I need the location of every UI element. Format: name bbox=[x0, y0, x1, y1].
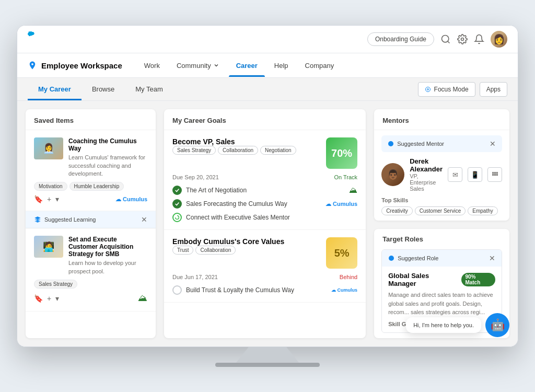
saved-item-2: 🧑‍💻 Set and Execute Customer Acquisition… bbox=[26, 228, 156, 312]
item-tags-1: Motivation Humble Leadership bbox=[34, 182, 147, 191]
nav-work[interactable]: Work bbox=[137, 54, 167, 77]
svg-rect-11 bbox=[494, 174, 495, 175]
close-mentor-button[interactable]: ✕ bbox=[490, 140, 496, 148]
user-avatar[interactable]: 👩 bbox=[491, 31, 507, 48]
svg-rect-8 bbox=[494, 172, 495, 173]
tabs: My Career Browse My Team bbox=[28, 78, 173, 100]
location-icon bbox=[28, 61, 37, 70]
onboarding-guide-button[interactable]: Onboarding Guide bbox=[367, 32, 434, 46]
mentor-actions: ✉ 📱 bbox=[448, 167, 502, 182]
close-suggested-learning[interactable]: ✕ bbox=[141, 215, 147, 224]
focus-icon bbox=[425, 86, 431, 93]
saved-item-1: 👩‍💼 Coaching the Cumulus Way Learn Cumul… bbox=[26, 130, 156, 211]
role-card-header: Suggested Role ✕ bbox=[382, 250, 502, 267]
topbar-left bbox=[28, 31, 44, 48]
goal-1-tags: Sales Strategy Collaboration Negotiation bbox=[172, 146, 296, 155]
suggested-icon bbox=[34, 216, 41, 223]
check-done-icon-2 bbox=[172, 199, 182, 209]
mentors-panel: Mentors Suggested Mentor ✕ 👨🏾 bbox=[374, 109, 509, 221]
nav-company[interactable]: Company bbox=[298, 54, 342, 77]
mentors-header: Mentors bbox=[374, 109, 509, 130]
item-tags-2: Sales Strategy bbox=[34, 280, 147, 289]
item-actions-1: 🔖 + ▾ ☁ Cumulus bbox=[34, 195, 147, 203]
close-role-button[interactable]: ✕ bbox=[489, 254, 495, 262]
tag-collaboration-g2: Collaboration bbox=[195, 246, 236, 255]
mentor-org-button[interactable] bbox=[487, 167, 502, 182]
brand: Employee Workspace bbox=[28, 53, 122, 77]
chatbot-avatar-button[interactable]: 🤖 bbox=[485, 313, 509, 337]
search-icon[interactable] bbox=[440, 34, 451, 44]
nav-community[interactable]: Community bbox=[169, 54, 227, 77]
tab-browse[interactable]: Browse bbox=[82, 78, 125, 100]
saved-items-panel: Saved Items 👩‍💼 Coaching the Cumulus Way… bbox=[26, 109, 156, 338]
notifications-icon[interactable] bbox=[474, 34, 484, 44]
tab-my-team[interactable]: My Team bbox=[125, 78, 173, 100]
tab-my-career[interactable]: My Career bbox=[28, 78, 82, 100]
more-icon-1[interactable]: ▾ bbox=[55, 195, 59, 203]
svg-rect-12 bbox=[496, 174, 497, 175]
settings-icon[interactable] bbox=[457, 34, 468, 44]
tag-trust-g2: Trust bbox=[172, 246, 193, 255]
goal-2-tasks: Build Trust & Loyalty the Cumulus Way ☁ … bbox=[172, 285, 357, 295]
skill-creativity: Creativity bbox=[381, 206, 413, 215]
task-name-1-3: Connect with Executive Sales Mentor bbox=[186, 214, 290, 221]
item-thumb-2: 🧑‍💻 bbox=[34, 236, 63, 258]
mentor-suggested-label: Suggested Mentor bbox=[388, 141, 444, 147]
svg-rect-7 bbox=[492, 172, 493, 173]
goal-2-percentage: 5% bbox=[326, 237, 357, 269]
goal-1-meta: Due Sep 20, 2021 On Track bbox=[172, 174, 357, 180]
role-title: Global Sales Manager bbox=[388, 272, 457, 287]
goal-1: Become VP, Sales Sales Strategy Collabor… bbox=[164, 130, 366, 230]
add-icon-1[interactable]: + bbox=[47, 195, 51, 203]
more-icon-2[interactable]: ▾ bbox=[55, 294, 59, 303]
bookmark-icon-2[interactable]: 🔖 bbox=[34, 294, 43, 303]
target-roles-header: Target Roles bbox=[374, 229, 509, 249]
topbar: Onboarding Guide 👩 bbox=[17, 26, 518, 53]
svg-point-6 bbox=[390, 143, 392, 144]
svg-rect-10 bbox=[492, 174, 493, 175]
item-title-2: Set and Execute Customer Acquisition Str… bbox=[68, 236, 147, 258]
cumulus-logo-1: ☁ Cumulus bbox=[115, 196, 147, 203]
add-icon-2[interactable]: + bbox=[47, 294, 51, 303]
bookmark-icon[interactable]: 🔖 bbox=[34, 195, 43, 203]
mentor-details: Derek Alexander VP, Enterprise Sales bbox=[410, 157, 443, 192]
check-done-icon bbox=[172, 186, 182, 195]
mentor-message-button[interactable]: ✉ bbox=[448, 167, 462, 182]
right-column: Mentors Suggested Mentor ✕ 👨🏾 bbox=[374, 109, 509, 338]
task-name-2-1: Build Trust & Loyalty the Cumulus Way bbox=[186, 286, 294, 294]
task-name-1-1: The Art of Negotiation bbox=[186, 187, 247, 194]
goal-1-due: Due Sep 20, 2021 bbox=[172, 174, 219, 180]
nav-help[interactable]: Help bbox=[267, 54, 296, 77]
item-actions-2: 🔖 + ▾ ⛰ bbox=[34, 293, 147, 304]
task-icon-1-2: ☁ Cumulus bbox=[325, 201, 357, 207]
task-2-1: Build Trust & Loyalty the Cumulus Way ☁ … bbox=[172, 285, 357, 295]
topbar-right: Onboarding Guide 👩 bbox=[367, 31, 507, 48]
mentor-info: 👨🏾 Derek Alexander VP, Enterprise Sales … bbox=[381, 157, 502, 192]
brand-name: Employee Workspace bbox=[41, 61, 122, 70]
mentor-title: VP, Enterprise Sales bbox=[410, 173, 443, 192]
chevron-down-icon bbox=[213, 62, 219, 68]
role-title-row: Global Sales Manager 90% Match bbox=[388, 272, 495, 287]
goal-1-status: On Track bbox=[334, 174, 358, 180]
mentor-skills: Creativity Customer Service Empathy bbox=[381, 206, 502, 215]
apps-button[interactable]: Apps bbox=[480, 82, 507, 97]
match-badge: 90% Match bbox=[461, 273, 495, 286]
mentor-phone-button[interactable]: 📱 bbox=[468, 167, 482, 182]
goal-2-tags: Trust Collaboration bbox=[172, 246, 284, 255]
tag-humble-leadership: Humble Leadership bbox=[69, 182, 124, 191]
tag-sales-strategy: Sales Strategy bbox=[34, 280, 77, 289]
focus-mode-button[interactable]: Focus Mode bbox=[418, 82, 475, 97]
nav-career[interactable]: Career bbox=[229, 54, 265, 77]
skill-customer-service: Customer Service bbox=[415, 206, 466, 215]
svg-point-14 bbox=[391, 257, 392, 259]
career-goals-panel: My Career Goals Become VP, Sales Sales S… bbox=[164, 109, 366, 338]
check-empty-icon bbox=[172, 285, 182, 295]
svg-point-0 bbox=[442, 36, 449, 42]
check-partial-icon bbox=[172, 213, 182, 222]
main-content: Saved Items 👩‍💼 Coaching the Cumulus Way… bbox=[17, 101, 518, 347]
tag-collaboration-g1: Collaboration bbox=[218, 146, 258, 155]
goal-2-due: Due Jun 17, 2021 bbox=[172, 274, 218, 280]
role-icon bbox=[388, 255, 394, 261]
svg-line-1 bbox=[448, 41, 450, 43]
svg-point-4 bbox=[425, 87, 430, 91]
